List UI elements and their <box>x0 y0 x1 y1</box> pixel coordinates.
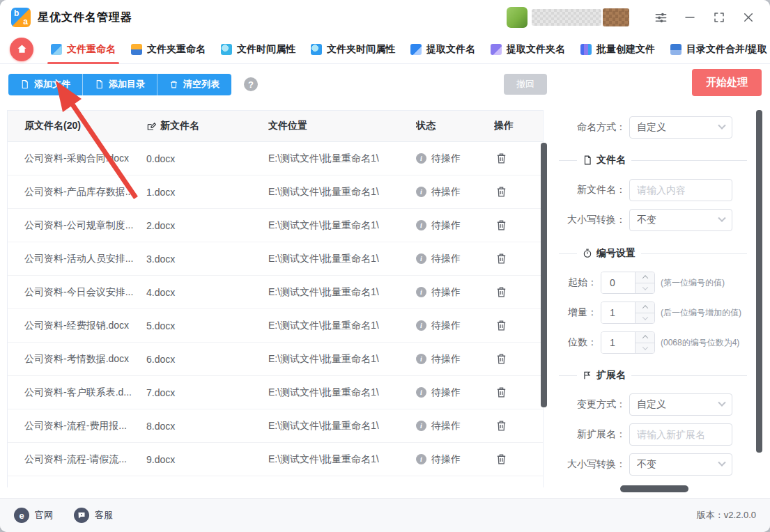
settings-panel: 命名方式： 自定义 文件名 新文件名： 大小写转换： 不变 <box>550 104 760 494</box>
maximize-button[interactable] <box>709 7 730 28</box>
merge-extract-icon <box>670 44 682 55</box>
cell-status: i待操作 <box>416 420 494 432</box>
delete-row-button[interactable] <box>494 318 509 333</box>
col-status: 状态 <box>416 120 494 132</box>
trash-icon <box>495 320 507 331</box>
file-rename-icon <box>51 44 62 55</box>
user-avatar[interactable] <box>507 7 528 28</box>
delete-row-button[interactable] <box>494 251 509 266</box>
table-row: 公司资料-考情数据.docx 6.docx E:\测试文件\批量重命名1\ i待… <box>8 343 543 376</box>
col-original-name: 原文件名(20) <box>24 120 146 132</box>
panel-horizontal-scrollbar[interactable] <box>620 485 688 492</box>
tab-label: 文件夹时间属性 <box>327 43 395 56</box>
cell-original-name: 公司资料-产品库存数据... <box>24 186 146 198</box>
cell-location: E:\测试文件\批量重命名1\ <box>268 186 416 198</box>
flag-icon <box>583 370 592 380</box>
delete-row-button[interactable] <box>494 385 509 400</box>
info-icon: i <box>416 387 426 398</box>
add-folder-button[interactable]: 添加目录 <box>83 74 157 95</box>
tab-file-time[interactable]: 文件时间属性 <box>213 35 303 64</box>
tab-extract-filename[interactable]: 提取文件名 <box>403 35 483 64</box>
cell-location: E:\测试文件\批量重命名1\ <box>268 152 416 165</box>
spinner-down-button[interactable] <box>636 313 654 324</box>
tab-label: 提取文件夹名 <box>507 43 565 56</box>
trash-icon <box>495 420 507 432</box>
cell-status: i待操作 <box>416 353 494 366</box>
digits-stepper <box>601 331 655 354</box>
info-icon: i <box>416 153 426 164</box>
add-file-button[interactable]: 添加文件 <box>8 74 83 95</box>
tabbar: 文件重命名 文件夹重命名 文件时间属性 文件夹时间属性 提取文件名 提取文件夹名… <box>0 35 770 64</box>
table-row-partial: i <box>8 476 543 487</box>
cell-original-name: 公司资料-流程-费用报... <box>24 420 146 432</box>
home-button[interactable] <box>10 38 33 61</box>
case-convert-select[interactable]: 不变 <box>629 209 732 231</box>
chevron-down-icon <box>718 399 725 407</box>
minimize-button[interactable] <box>679 7 700 28</box>
cell-status: i待操作 <box>416 253 494 265</box>
tab-merge-extract[interactable]: 目录文件合并/提取 <box>663 35 770 64</box>
delete-row-button[interactable] <box>494 218 509 233</box>
tab-folder-rename[interactable]: 文件夹重命名 <box>123 35 213 64</box>
delete-row-button[interactable] <box>494 352 509 366</box>
clear-list-button[interactable]: 清空列表 <box>157 74 231 95</box>
naming-mode-select[interactable]: 自定义 <box>629 116 732 139</box>
cell-status: i待操作 <box>416 152 494 165</box>
delete-row-button[interactable] <box>494 485 509 487</box>
increment-stepper <box>601 302 655 324</box>
panel-scrollbar[interactable] <box>756 110 762 453</box>
new-ext-input[interactable] <box>629 423 732 446</box>
naming-mode-row: 命名方式： 自定义 <box>550 116 732 139</box>
ext-mode-row: 变更方式： 自定义 <box>550 393 732 416</box>
spinner-down-button[interactable] <box>636 343 654 354</box>
batch-create-icon <box>580 44 592 55</box>
tab-extract-foldername[interactable]: 提取文件夹名 <box>483 35 573 64</box>
case-convert-row: 大小写转换： 不变 <box>550 209 732 231</box>
ext-case-row: 大小写转换： 不变 <box>550 453 732 476</box>
cell-status: i待操作 <box>416 186 494 198</box>
delete-row-button[interactable] <box>494 151 509 166</box>
start-processing-button[interactable]: 开始处理 <box>692 69 762 96</box>
ext-mode-select[interactable]: 自定义 <box>629 393 732 416</box>
col-new-name: 新文件名 <box>146 120 268 132</box>
spinner-down-button[interactable] <box>636 283 654 294</box>
col-location: 文件位置 <box>268 120 416 132</box>
spinner-up-button[interactable] <box>636 272 654 283</box>
trash-icon <box>495 386 507 398</box>
chevron-down-icon <box>718 214 725 222</box>
support-link[interactable]: 客服 <box>74 508 113 523</box>
cell-location: E:\测试文件\批量重命名1\ <box>268 219 416 232</box>
trash-icon <box>495 353 507 365</box>
table-row: 公司资料-流程-请假流... 9.docx E:\测试文件\批量重命名1\ i待… <box>8 443 543 476</box>
undo-button[interactable]: 撤回 <box>504 74 547 95</box>
spinner-up-button[interactable] <box>636 302 654 313</box>
trash-icon <box>495 152 507 164</box>
delete-row-button[interactable] <box>494 452 509 467</box>
help-icon[interactable]: ? <box>244 77 258 91</box>
tab-batch-create[interactable]: 批量创建文件 <box>573 35 663 64</box>
delete-row-button[interactable] <box>494 418 509 433</box>
digits-input[interactable] <box>601 332 635 353</box>
settings-sliders-icon[interactable] <box>650 7 671 28</box>
new-filename-input[interactable] <box>629 179 732 201</box>
close-button[interactable] <box>738 7 759 28</box>
trash-icon <box>495 219 507 231</box>
table-row: 公司资料-客户联系表.d... 7.docx E:\测试文件\批量重命名1\ i… <box>8 376 543 409</box>
cell-original-name: 公司资料-采购合同.docx <box>24 152 146 165</box>
cell-original-name: 公司资料-流程-请假流... <box>24 453 146 466</box>
delete-row-button[interactable] <box>494 185 509 199</box>
tab-file-rename[interactable]: 文件重命名 <box>43 35 123 64</box>
tab-label: 文件夹重命名 <box>147 43 206 56</box>
ext-case-select[interactable]: 不变 <box>629 453 732 476</box>
tab-label: 目录文件合并/提取 <box>686 43 767 56</box>
table-scrollbar[interactable] <box>541 143 547 407</box>
official-site-link[interactable]: e 官网 <box>14 508 53 523</box>
info-icon: i <box>416 253 426 264</box>
case-convert-label: 大小写转换： <box>550 214 626 226</box>
start-number-input[interactable] <box>601 272 635 293</box>
doc-icon <box>583 155 592 165</box>
delete-row-button[interactable] <box>494 285 509 299</box>
tab-folder-time[interactable]: 文件夹时间属性 <box>303 35 403 64</box>
spinner-up-button[interactable] <box>636 332 654 343</box>
increment-input[interactable] <box>601 302 635 323</box>
